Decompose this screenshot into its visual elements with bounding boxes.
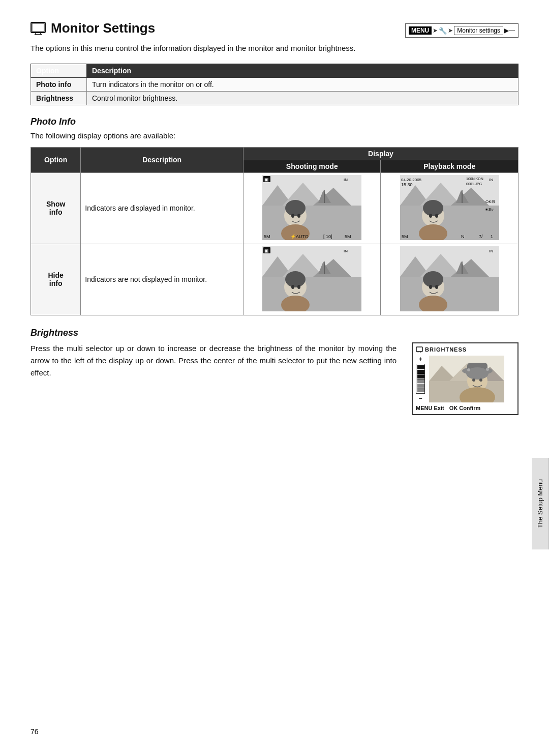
brightness-bar bbox=[416, 364, 425, 394]
bar-segment-5 bbox=[417, 384, 424, 388]
brightness-portrait-preview bbox=[429, 356, 504, 402]
svg-text:0001.JPG: 0001.JPG bbox=[466, 182, 482, 186]
playback-preview-show: 04.20.2005 15:30 100NIKON 0001.JPG IN OK… bbox=[381, 172, 518, 244]
option-brightness: Brightness bbox=[31, 91, 87, 105]
svg-point-61 bbox=[297, 285, 300, 289]
shooting-preview-hide: ▣ IN bbox=[243, 244, 381, 315]
bar-segment-1 bbox=[417, 365, 424, 369]
brightness-heading: Brightness bbox=[30, 328, 518, 338]
side-tab: The Setup Menu bbox=[532, 458, 549, 549]
svg-point-77 bbox=[435, 285, 438, 289]
svg-text:7/: 7/ bbox=[479, 234, 483, 239]
brightness-bar-area: + − bbox=[416, 356, 425, 402]
display-col-playback: Playback mode bbox=[381, 160, 518, 172]
playback-preview-hide: IN bbox=[381, 244, 518, 315]
svg-text:5M: 5M bbox=[402, 234, 408, 239]
svg-point-60 bbox=[291, 285, 294, 289]
option-show-info: Showinfo bbox=[31, 172, 81, 244]
brightness-bar-and-preview: + − bbox=[416, 356, 514, 402]
options-table-header-description: Description bbox=[87, 64, 518, 77]
bar-segment-6 bbox=[417, 388, 424, 392]
breadcrumb-arrow2: ➤ bbox=[448, 27, 453, 34]
svg-text:IN: IN bbox=[489, 249, 493, 253]
side-tab-label: The Setup Menu bbox=[536, 479, 544, 528]
bar-segment-3 bbox=[417, 374, 424, 379]
svg-text:04.20.2005: 04.20.2005 bbox=[401, 178, 422, 182]
brightness-confirm-label: OK Confirm bbox=[449, 405, 481, 411]
svg-text:▣: ▣ bbox=[264, 248, 269, 253]
svg-point-75 bbox=[423, 271, 443, 287]
breadcrumb-menu-label: MENU bbox=[409, 26, 432, 35]
svg-point-35 bbox=[423, 200, 443, 216]
display-header: Display bbox=[243, 147, 518, 160]
photo-info-heading: Photo Info bbox=[30, 117, 518, 127]
brightness-title-label: BRIGHTNESS bbox=[425, 346, 467, 353]
breadcrumb-dash: ▶— bbox=[504, 27, 515, 34]
brightness-exit-label: MENU Exit bbox=[416, 405, 444, 411]
svg-rect-30 bbox=[400, 206, 499, 240]
svg-text:■:B⊍: ■:B⊍ bbox=[485, 208, 494, 211]
svg-point-95 bbox=[467, 368, 470, 371]
svg-text:[ 10]: [ 10] bbox=[323, 234, 332, 239]
table-row: Hideinfo Indicators are not displayed in… bbox=[31, 244, 518, 315]
svg-text:1: 1 bbox=[491, 234, 493, 239]
shooting-preview-show: ▣ IN 5M ⚡AUTO [ 10] 5M bbox=[243, 172, 381, 244]
brightness-icon bbox=[416, 346, 423, 353]
svg-rect-70 bbox=[400, 277, 499, 311]
svg-point-16 bbox=[291, 214, 294, 218]
breadcrumb-arrow1: ➤ bbox=[433, 27, 438, 34]
brightness-plus-label: + bbox=[418, 356, 422, 363]
display-table: Option Description Display Shooting mode… bbox=[30, 147, 518, 315]
svg-rect-54 bbox=[262, 277, 361, 311]
svg-point-96 bbox=[486, 368, 489, 371]
page-title-group: Monitor Settings bbox=[30, 20, 155, 36]
playback-mode-hide-svg: IN bbox=[400, 246, 499, 311]
bar-segment-2 bbox=[417, 370, 424, 374]
brightness-text: Press the multi selector up or down to i… bbox=[30, 342, 396, 379]
svg-text:N: N bbox=[461, 234, 465, 239]
playback-mode-show-svg: 04.20.2005 15:30 100NIKON 0001.JPG IN OK… bbox=[400, 175, 499, 240]
page-title-text: Monitor Settings bbox=[51, 20, 155, 36]
svg-text:IN: IN bbox=[489, 178, 493, 182]
brightness-title-row: BRIGHTNESS bbox=[416, 346, 514, 353]
svg-rect-79 bbox=[416, 347, 422, 352]
svg-point-36 bbox=[429, 214, 432, 218]
brightness-section: Brightness Press the multi selector up o… bbox=[30, 328, 518, 415]
photo-info-section: Photo Info The following display options… bbox=[30, 117, 518, 315]
svg-point-59 bbox=[285, 271, 306, 287]
photo-info-subtext: The following display options are availa… bbox=[30, 131, 518, 140]
table-row: Showinfo Indicators are displayed in mon… bbox=[31, 172, 518, 244]
svg-text:5M: 5M bbox=[264, 234, 270, 239]
desc-photo-info: Turn indicators in the monitor on or off… bbox=[87, 77, 518, 91]
svg-point-94 bbox=[479, 379, 482, 382]
svg-point-15 bbox=[285, 200, 306, 216]
option-photo-info: Photo info bbox=[31, 77, 87, 91]
svg-point-17 bbox=[297, 214, 300, 218]
brightness-footer: MENU Exit OK Confirm bbox=[416, 405, 514, 411]
brightness-minus-label: − bbox=[418, 395, 422, 402]
brightness-content-area: Press the multi selector up or down to i… bbox=[30, 342, 518, 415]
svg-text:▣: ▣ bbox=[264, 177, 269, 182]
desc-show-info: Indicators are displayed in monitor. bbox=[81, 172, 243, 244]
svg-point-93 bbox=[472, 379, 475, 382]
svg-rect-0 bbox=[31, 22, 45, 33]
svg-text:100NIKON: 100NIKON bbox=[466, 177, 483, 181]
page-header: Monitor Settings MENU ➤ 🔧 ➤ Monitor sett… bbox=[30, 20, 518, 38]
svg-text:15:30: 15:30 bbox=[401, 182, 413, 187]
svg-text:⚡AUTO: ⚡AUTO bbox=[290, 234, 309, 240]
svg-point-76 bbox=[429, 285, 432, 289]
svg-point-37 bbox=[435, 214, 438, 218]
shooting-mode-hide-svg: ▣ IN bbox=[262, 246, 361, 311]
svg-text:5M: 5M bbox=[345, 234, 351, 239]
page-number: 76 bbox=[30, 728, 39, 736]
brightness-display-box: BRIGHTNESS + bbox=[412, 342, 518, 415]
breadcrumb-monitor-settings: Monitor settings bbox=[454, 26, 503, 35]
svg-text:IN: IN bbox=[344, 178, 348, 182]
svg-text:IN: IN bbox=[344, 249, 348, 253]
brightness-box: BRIGHTNESS + bbox=[412, 342, 518, 415]
breadcrumb: MENU ➤ 🔧 ➤ Monitor settings ▶— bbox=[405, 23, 518, 38]
bar-segment-4 bbox=[417, 379, 424, 383]
option-hide-info: Hideinfo bbox=[31, 244, 81, 315]
svg-text:OK⊟: OK⊟ bbox=[485, 199, 495, 204]
options-table-header-option: Option bbox=[31, 64, 87, 77]
